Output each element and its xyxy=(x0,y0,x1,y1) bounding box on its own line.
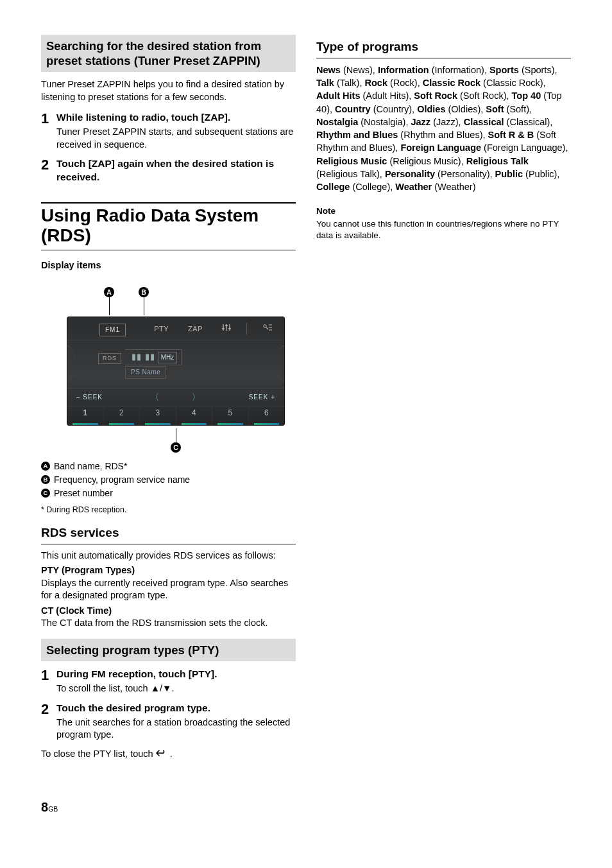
legend-dot: B xyxy=(41,475,50,484)
two-column-layout: Searching for the desired station from p… xyxy=(41,35,571,760)
options-icon[interactable] xyxy=(259,321,276,336)
page-lang: GB xyxy=(48,805,58,813)
settings-icon[interactable] xyxy=(218,321,235,336)
frequency-box: ▮▮ ▮▮ MHz xyxy=(125,349,182,365)
close-post: . xyxy=(170,748,173,761)
tune-down-icon[interactable]: 〈 xyxy=(151,392,160,403)
legend-dot: C xyxy=(41,489,50,498)
step-number: 1 xyxy=(41,668,56,695)
step-desc: The unit searches for a station broadcas… xyxy=(56,716,296,742)
ct-sub-body: The CT data from the RDS transmission se… xyxy=(41,617,296,630)
ps-name: PS Name xyxy=(125,366,166,379)
preset-5[interactable]: 5 xyxy=(212,406,249,426)
program-type-name: Religious Music xyxy=(316,156,387,166)
back-icon xyxy=(156,748,167,761)
svg-point-0 xyxy=(264,325,266,327)
step-number: 1 xyxy=(41,111,56,151)
figure-legend: A Band name, RDS* B Frequency, program s… xyxy=(41,460,296,499)
program-type-name: Personality xyxy=(385,169,435,179)
program-type-name: Country xyxy=(335,104,371,114)
next-arc[interactable] xyxy=(276,345,285,381)
program-type-name: Rock xyxy=(365,78,387,88)
rds-footnote: * During RDS reception. xyxy=(41,505,296,516)
legend-text: Preset number xyxy=(54,487,113,499)
pty-sub-heading: PTY (Program Types) xyxy=(41,564,296,577)
program-type-name: Oldies xyxy=(417,104,445,114)
pty-steps: 1 During FM reception, touch [PTY]. To s… xyxy=(41,668,296,742)
legend-text: Band name, RDS* xyxy=(54,460,127,473)
program-type-name: Soft R & B xyxy=(488,130,534,140)
step-desc: Tuner Preset ZAPPIN starts, and subseque… xyxy=(56,126,296,151)
step-2: 2 Touch the desired program type. The un… xyxy=(41,702,296,742)
program-type-name: College xyxy=(316,182,350,192)
legend-dot: A xyxy=(41,462,50,471)
step-number: 2 xyxy=(41,702,56,742)
tuner-screen: FM1 PTY ZAP RDS ▮ xyxy=(67,317,285,426)
callout-line xyxy=(176,428,176,442)
legend-row: A Band name, RDS* xyxy=(41,460,296,473)
program-type-name: Classic Rock xyxy=(423,78,480,88)
callout-b: B xyxy=(139,287,149,297)
zappin-steps: 1 While listening to radio, touch [ZAP].… xyxy=(41,111,296,186)
close-pre: To close the PTY list, touch xyxy=(41,748,153,761)
page-footer: 8GB xyxy=(41,799,571,816)
prev-arc[interactable] xyxy=(67,345,75,381)
program-type-name: Adult Hits xyxy=(316,91,360,101)
pty-button[interactable]: PTY xyxy=(150,322,173,336)
program-type-name: Soft Rock xyxy=(414,91,457,101)
seek-minus[interactable]: – SEEK xyxy=(76,393,103,402)
heading-rds-services: RDS services xyxy=(41,525,296,544)
program-type-name: Rhythm and Blues xyxy=(316,130,398,140)
program-type-name: News xyxy=(316,65,341,75)
divider xyxy=(246,323,247,334)
callout-c: C xyxy=(171,442,181,453)
step-head: While listening to radio, touch [ZAP]. xyxy=(56,111,296,125)
legend-row: C Preset number xyxy=(41,487,296,499)
step-number: 2 xyxy=(41,157,56,186)
step-head: Touch the desired program type. xyxy=(56,702,296,715)
display-figure: A B FM1 PTY ZAP xyxy=(67,287,285,454)
preset-1[interactable]: 1 xyxy=(67,406,104,426)
program-type-name: Public xyxy=(495,169,523,179)
program-type-name: Jazz xyxy=(411,117,430,127)
preset-6[interactable]: 6 xyxy=(249,406,285,426)
seek-plus[interactable]: SEEK + xyxy=(249,393,275,402)
zappin-intro: Tuner Preset ZAPPIN helps you to find a … xyxy=(41,78,296,103)
page-number: 8 xyxy=(41,800,48,814)
heading-program-types: Type of programs xyxy=(316,39,571,58)
program-type-name: Foreign Language xyxy=(400,143,481,153)
tune-up-icon[interactable]: 〉 xyxy=(192,392,201,403)
callout-a: A xyxy=(104,287,114,297)
step-head: During FM reception, touch [PTY]. xyxy=(56,668,296,681)
legend-row: B Frequency, program service name xyxy=(41,474,296,486)
note-heading: Note xyxy=(316,205,571,217)
rds-indicator: RDS xyxy=(98,353,121,363)
section-heading-zappin: Searching for the desired station from p… xyxy=(41,35,296,72)
preset-3[interactable]: 3 xyxy=(140,406,176,426)
mhz-label: MHz xyxy=(158,352,178,363)
program-type-name: Nostalgia xyxy=(316,117,358,127)
preset-4[interactable]: 4 xyxy=(176,406,213,426)
rds-intro: This unit automatically provides RDS ser… xyxy=(41,550,296,562)
callout-line xyxy=(109,297,110,315)
step-head: Touch [ZAP] again when the desired stati… xyxy=(56,157,296,184)
preset-2[interactable]: 2 xyxy=(104,406,140,426)
close-pty-line: To close the PTY list, touch . xyxy=(41,748,296,761)
zap-button[interactable]: ZAP xyxy=(184,322,207,336)
step-2: 2 Touch [ZAP] again when the desired sta… xyxy=(41,157,296,186)
program-type-name: Classical xyxy=(464,117,504,127)
program-type-name: Religious Talk xyxy=(466,156,529,166)
preset-row: 1 2 3 4 5 6 xyxy=(67,406,284,426)
section-heading-pty-select: Selecting program types (PTY) xyxy=(41,639,296,661)
program-type-name: Weather xyxy=(395,182,432,192)
ct-sub-heading: CT (Clock Time) xyxy=(41,605,296,618)
step-1: 1 While listening to radio, touch [ZAP].… xyxy=(41,111,296,151)
right-column: Type of programs News (News), Informatio… xyxy=(316,35,571,760)
callout-line xyxy=(144,297,144,315)
note-body: You cannot use this function in countrie… xyxy=(316,218,571,241)
program-type-name: Sports xyxy=(489,65,519,75)
display-items-label: Display items xyxy=(41,259,296,272)
program-type-name: Information xyxy=(378,65,429,75)
heading-rds: Using Radio Data System (RDS) xyxy=(41,202,296,250)
step-desc: To scroll the list, touch ▲/▼. xyxy=(56,682,296,695)
